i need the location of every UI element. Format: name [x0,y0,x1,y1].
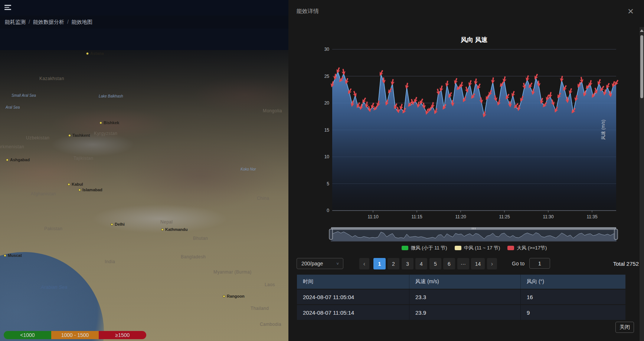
svg-text:风速 (m/s): 风速 (m/s) [601,120,606,140]
svg-text:20: 20 [324,100,330,106]
city-name: Kathmandu [165,227,188,232]
page-button-1[interactable]: 1 [373,258,386,269]
page-size-value: 200/page [301,261,323,266]
legend-label: 大风 (>=17节) [517,245,547,251]
vertical-scrollbar[interactable] [640,27,644,341]
legend-item[interactable]: 大风 (>=17节) [507,245,547,251]
close-button[interactable]: 关闭 [615,322,634,333]
page-button-5[interactable]: 5 [429,258,441,269]
svg-text:11:10: 11:10 [367,214,378,219]
city-name: Tashkent [72,133,90,138]
breadcrumb-separator: / [29,19,30,25]
page-button-2[interactable]: 2 [388,258,399,269]
map-country-label: Kyrgyzstan [94,131,117,136]
city-dot-icon [68,183,70,186]
svg-text:5: 5 [327,181,329,186]
map-city-label: Islamabad [78,188,102,192]
map-city-label: Muscat [4,253,22,258]
scrollbar-thumb[interactable] [640,35,643,98]
legend-item[interactable]: 中风 (11 ~ 17 节) [455,245,500,251]
hamburger-menu-icon[interactable] [4,5,11,10]
city-dot-icon [6,159,9,161]
legend-label: 中风 (11 ~ 17 节) [464,245,500,251]
map-country-label: Nepal [160,219,173,225]
map-country-label: Bhutan [193,236,208,241]
table-row[interactable]: 2024-08-07 11:05:0423.316 [297,289,625,304]
map-country-label: Bangladesh [181,254,206,259]
page-button-6[interactable]: 6 [443,258,455,269]
city-dot-icon [223,295,225,298]
legend-swatch [402,246,408,250]
svg-text:10: 10 [324,154,330,159]
map-legend-segment: <1000 [4,331,51,339]
map-water-label: Arabian Sea [41,284,68,290]
breadcrumb-bar: 能耗监测/能效数据分析/能效地图 [0,16,288,29]
map-city-label: Kathmandu [161,227,188,232]
city-name: Ashgabad [10,158,30,162]
wind-data-table: 时间风速 (m/s)风向 (°) 2024-08-07 11:05:0423.3… [297,275,625,320]
map-city-label: Delhi [111,222,125,226]
page-size-select[interactable]: 200/page ∨ [297,258,343,269]
next-page-button[interactable]: › [487,258,497,269]
pagination: 200/page ∨ ‹123456···14› Go to Total 275… [297,257,636,272]
goto-label: Go to [512,261,524,266]
query-toolbar: 查询方式 年度查询 ∨ 年份选择 2024 装载状态 装载 ∨ [0,29,288,50]
scroll-up-icon[interactable] [640,29,644,32]
city-dot-icon [68,134,71,137]
map-country-label: Thailand [251,306,269,311]
svg-text:11:15: 11:15 [411,214,422,219]
map-country-label: Myanmar (Burma) [213,269,252,275]
map-city-label: Rangoon [223,294,245,298]
breadcrumb-separator: / [67,19,69,25]
chart-legend: 微风 (小于 11 节)中风 (11 ~ 17 节)大风 (>=17节) [332,245,616,251]
svg-text:11:20: 11:20 [455,214,466,219]
wind-chart[interactable]: 05101520253011:1011:1511:2011:2511:3011:… [288,0,644,245]
breadcrumb-item[interactable]: 能效地图 [72,19,92,25]
city-dot-icon [99,122,102,124]
map-city-label: Bishkek [99,120,119,125]
table-cell: 9 [520,305,625,320]
table-cell: 23.9 [409,305,520,320]
city-dot-icon [4,254,6,257]
prev-page-button[interactable]: ‹ [359,258,369,269]
city-name: Delhi [115,222,125,226]
map-country-label: Uzbekistan [26,135,49,140]
map-country-label: Cambodia [260,322,281,327]
terrain-map[interactable]: KazakhstanMongoliaKyrgyzstanUzbekistanTu… [0,50,288,341]
table-body: 2024-08-07 11:05:0423.3162024-08-07 11:0… [297,289,625,320]
svg-text:11:35: 11:35 [586,214,597,219]
city-name: Islamabad [82,188,102,192]
map-city-label: Astana [86,51,104,56]
svg-text:15: 15 [324,128,330,133]
goto-page-input[interactable] [529,258,550,269]
map-country-label: Kazakhstan [39,76,64,81]
table-cell: 2024-08-07 11:05:04 [297,289,409,304]
city-dot-icon [161,228,164,231]
app-root: 能耗监测/能效数据分析/能效地图 查询方式 年度查询 ∨ 年份选择 2024 装… [0,0,644,341]
more-pages-button[interactable]: ··· [457,258,469,269]
page-button-14[interactable]: 14 [471,258,485,269]
map-country-label: India [105,259,115,264]
map-legend-segment: ≥1500 [99,331,146,339]
table-header: 时间风速 (m/s)风向 (°) [297,275,625,289]
legend-swatch [507,246,514,250]
city-name: Rangoon [227,294,245,298]
legend-item[interactable]: 微风 (小于 11 节) [402,245,447,251]
map-country-label: Afghanistan [31,191,56,196]
map-country-label: Pakistan [44,226,62,231]
svg-text:30: 30 [324,47,330,52]
svg-text:0: 0 [327,208,329,213]
table-cell: 2024-08-07 11:05:14 [297,305,409,320]
map-city-label: Kabul [68,182,83,186]
map-color-legend: <10001000 - 1500≥1500 [4,331,146,339]
table-row[interactable]: 2024-08-07 11:05:1423.99 [297,305,625,320]
svg-text:25: 25 [324,74,330,79]
page-button-4[interactable]: 4 [415,258,427,269]
map-country-label: Turkmenistan [0,144,24,149]
breadcrumb-item[interactable]: 能效数据分析 [33,19,64,25]
breadcrumb-item[interactable]: 能耗监测 [5,19,26,25]
table-col-header: 时间 [297,275,409,289]
city-name: Muscat [8,253,22,258]
map-application: 能耗监测/能效数据分析/能效地图 查询方式 年度查询 ∨ 年份选择 2024 装… [0,0,288,341]
page-button-3[interactable]: 3 [402,258,413,269]
